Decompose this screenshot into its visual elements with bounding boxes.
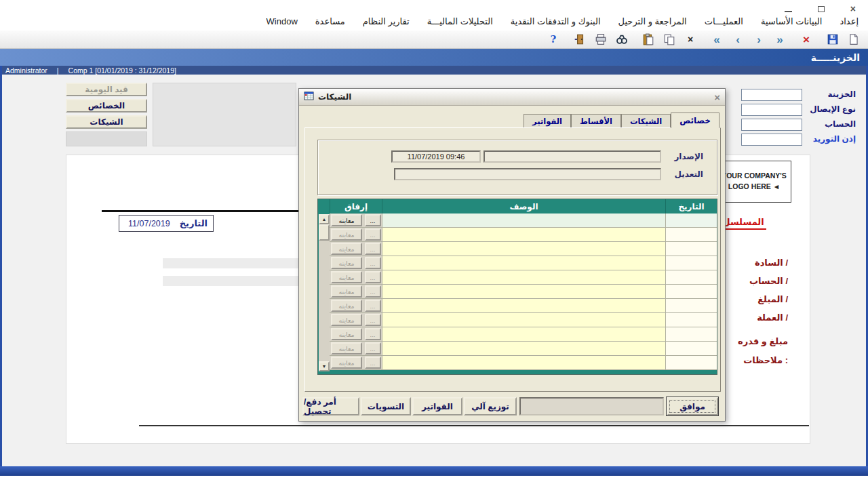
menubar: إعداد البيانات الأساسية العمليـــات المر… — [0, 16, 859, 26]
menu-operations[interactable]: العمليـــات — [705, 16, 743, 26]
date-cell[interactable] — [665, 342, 717, 356]
browse-button: ... — [365, 285, 381, 298]
browse-button[interactable]: ... — [365, 214, 381, 226]
table-scrollbar[interactable]: ▲ ▼ — [319, 214, 330, 371]
party-label: السادة / — [755, 258, 788, 268]
date-cell[interactable] — [665, 327, 717, 342]
delete-icon[interactable]: × — [683, 32, 698, 47]
scroll-thumb[interactable] — [319, 224, 330, 241]
supply-permit-input[interactable] — [741, 134, 802, 146]
preview-button: معاينه — [331, 314, 362, 326]
menu-help[interactable]: مساعدة — [315, 16, 345, 26]
description-cell[interactable] — [382, 242, 665, 256]
description-cell[interactable] — [382, 256, 665, 270]
ok-button[interactable]: موافق — [667, 397, 718, 415]
preview-button: معاينه — [331, 243, 362, 255]
preview-button: معاينه — [331, 328, 362, 340]
restore-icon[interactable] — [818, 6, 825, 12]
date-cell[interactable] — [665, 356, 717, 370]
date-value: 11/07/2019 — [128, 219, 170, 228]
account-value-placeholder — [163, 276, 298, 286]
description-cell[interactable] — [382, 285, 665, 299]
cheques-dialog: الشيكات × خصائص الشيكات الأقساط الفواتير… — [298, 88, 726, 422]
nav-first-icon[interactable]: « — [709, 32, 724, 47]
description-cell[interactable] — [382, 214, 665, 228]
auto-distribute-button[interactable]: توزيع آلي — [464, 397, 517, 415]
header-panel — [153, 83, 296, 146]
preview-button: معاينه — [331, 228, 362, 241]
cancel-icon[interactable]: × — [799, 32, 814, 47]
menu-setup[interactable]: إعداد — [840, 16, 859, 26]
description-cell[interactable] — [382, 313, 665, 327]
browse-button: ... — [365, 271, 381, 283]
scroll-up-icon[interactable]: ▲ — [319, 214, 330, 224]
menu-review-posting[interactable]: المراجعة و الترحيل — [618, 16, 687, 26]
table-row: ... معاينه — [318, 285, 717, 299]
browse-button: ... — [365, 300, 381, 312]
menu-banks-cashflows[interactable]: البنوك و التدفقات النقدية — [511, 16, 601, 26]
menu-system-reports[interactable]: تقارير النظام — [363, 16, 410, 26]
exit-icon[interactable] — [572, 32, 587, 47]
copy-icon[interactable] — [662, 32, 677, 47]
tab-properties[interactable]: خصائص — [671, 113, 719, 128]
date-cell[interactable] — [665, 214, 717, 228]
date-cell[interactable] — [665, 313, 717, 327]
nav-next-icon[interactable]: › — [751, 32, 766, 47]
modify-field — [394, 168, 661, 180]
supply-permit-label[interactable]: إذن التوريد — [813, 134, 856, 144]
tab-cheques[interactable]: الشيكات — [621, 114, 671, 127]
dialog-titlebar[interactable]: الشيكات × — [299, 89, 725, 106]
nav-prev-icon[interactable]: ‹ — [730, 32, 745, 47]
receipt-type-label: نوع الإيصال — [810, 104, 856, 114]
tab-invoices[interactable]: الفواتير — [524, 114, 571, 127]
description-cell[interactable] — [382, 228, 665, 242]
column-header-description: الوصف — [382, 199, 665, 214]
date-cell[interactable] — [665, 270, 717, 285]
cheques-button[interactable]: الشيكات — [66, 115, 147, 129]
app-titlebar: الخزينـــــة — [0, 49, 868, 66]
dialog-close-icon[interactable]: × — [714, 92, 720, 103]
treasury-input[interactable] — [741, 89, 802, 101]
find-icon[interactable] — [614, 32, 629, 47]
date-cell[interactable] — [665, 285, 717, 299]
save-icon[interactable] — [825, 32, 840, 47]
menu-financial-analysis[interactable]: التحليلات الماليـــة — [427, 16, 493, 26]
tab-installments[interactable]: الأقساط — [571, 114, 621, 127]
help-icon[interactable]: ? — [546, 32, 561, 47]
status-separator: | — [57, 66, 59, 75]
cheques-dialog-icon — [304, 91, 314, 104]
minimize-icon[interactable] — [785, 5, 792, 12]
date-cell[interactable] — [665, 228, 717, 242]
notes-label: ملاحظات : — [743, 355, 788, 365]
settlements-button[interactable]: التسويات — [361, 397, 411, 415]
new-document-icon[interactable] — [846, 32, 861, 47]
date-cell[interactable] — [665, 256, 717, 270]
description-cell[interactable] — [382, 327, 665, 342]
close-icon[interactable]: × — [850, 4, 856, 14]
journal-entry-button[interactable]: قيد اليومية — [66, 83, 147, 96]
modify-row: التعديل — [318, 168, 717, 180]
description-cell[interactable] — [382, 270, 665, 285]
treasury-label: الخزينة — [828, 89, 856, 99]
description-cell[interactable] — [382, 356, 665, 370]
payment-order-button[interactable]: أمر دفع/تحصيل — [302, 397, 359, 415]
receipt-type-input[interactable] — [741, 104, 802, 116]
menu-master-data[interactable]: البيانات الأساسية — [761, 16, 822, 26]
invoices-button[interactable]: الفواتير — [412, 397, 462, 415]
print-icon[interactable] — [593, 32, 608, 47]
browse-button: ... — [365, 228, 381, 241]
table-row: ... معاينه — [318, 242, 717, 256]
date-cell[interactable] — [665, 242, 717, 256]
description-cell[interactable] — [382, 342, 665, 356]
properties-button[interactable]: الخصائص — [66, 99, 147, 113]
preview-button: معاينه — [331, 342, 362, 354]
account-input[interactable] — [741, 119, 802, 131]
menu-window[interactable]: Window — [267, 16, 298, 26]
scroll-down-icon[interactable]: ▼ — [319, 361, 330, 371]
amount-label: المبلغ / — [757, 294, 788, 304]
nav-last-icon[interactable]: » — [772, 32, 787, 47]
date-cell[interactable] — [665, 299, 717, 313]
paste-icon[interactable] — [641, 32, 656, 47]
preview-button[interactable]: معاينه — [331, 214, 362, 226]
description-cell[interactable] — [382, 299, 665, 313]
